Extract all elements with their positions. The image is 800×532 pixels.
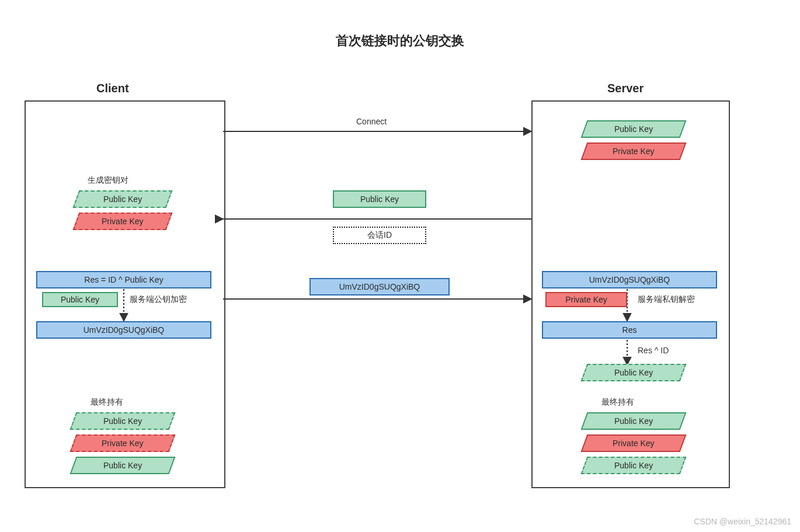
- server-xor-label: Res ^ ID: [638, 346, 669, 355]
- diagram-title: 首次链接时的公钥交换: [0, 32, 800, 50]
- client-final-label: 最终持有: [91, 397, 123, 408]
- client-public-key: Public Key: [73, 190, 173, 208]
- server-final-priv: Private Key: [581, 434, 687, 452]
- server-final-label: 最终持有: [601, 397, 634, 408]
- watermark: CSDN @weixin_52142961: [694, 517, 791, 526]
- server-dec-priv: Private Key: [545, 292, 627, 307]
- connect-label: Connect: [356, 117, 387, 126]
- client-final-pub1: Public Key: [70, 412, 176, 430]
- server-final-pub2: Public Key: [581, 457, 687, 474]
- client-cipher: UmVzID0gSUQgXiBQ: [36, 321, 211, 339]
- session-id-box: 会话ID: [333, 227, 426, 244]
- server-label: Server: [607, 82, 644, 95]
- diagram-canvas: 首次链接时的公钥交换 Client Server Connect Public …: [0, 0, 800, 532]
- client-enc-label: 服务端公钥加密: [130, 294, 187, 305]
- server-res: Res: [542, 321, 717, 339]
- client-res-calc: Res = ID ^ Public Key: [36, 271, 211, 288]
- gen-pair-label: 生成密钥对: [88, 175, 128, 186]
- server-private-key: Private Key: [581, 142, 687, 160]
- server-dec-label: 服务端私钥解密: [638, 294, 695, 305]
- client-final-priv: Private Key: [70, 434, 176, 452]
- server-final-pub1: Public Key: [581, 412, 687, 430]
- arrow-public-key: Public Key: [333, 190, 426, 208]
- client-private-key: Private Key: [73, 213, 173, 230]
- server-derived-pub: Public Key: [581, 364, 687, 381]
- client-label: Client: [96, 82, 129, 95]
- client-enc-pub: Public Key: [42, 292, 118, 307]
- cipher-mid: UmVzID0gSUQgXiBQ: [309, 278, 450, 295]
- server-cipher: UmVzID0gSUQgXiBQ: [542, 271, 717, 288]
- server-public-key: Public Key: [581, 120, 687, 138]
- client-final-pub2: Public Key: [70, 457, 176, 474]
